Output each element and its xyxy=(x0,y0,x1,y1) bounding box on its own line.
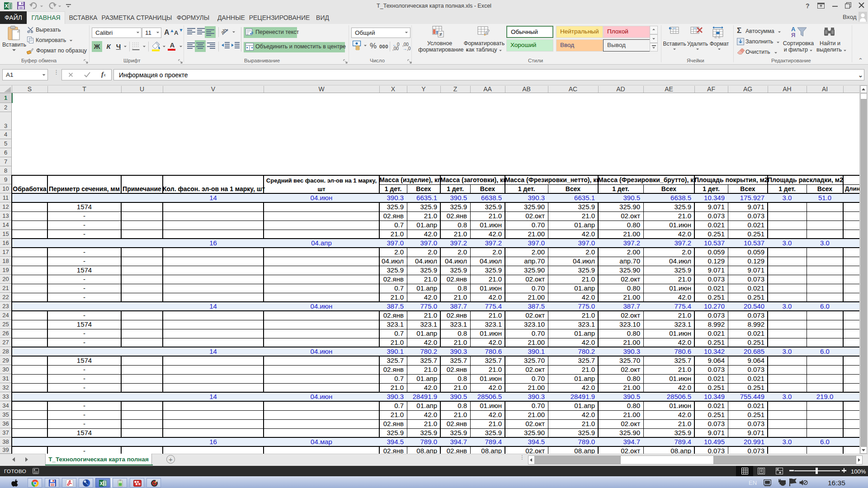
svg-text:≠: ≠ xyxy=(439,31,443,38)
svg-text:X: X xyxy=(100,481,103,486)
svg-text:ab: ab xyxy=(221,27,228,36)
svg-text:X: X xyxy=(5,3,9,9)
